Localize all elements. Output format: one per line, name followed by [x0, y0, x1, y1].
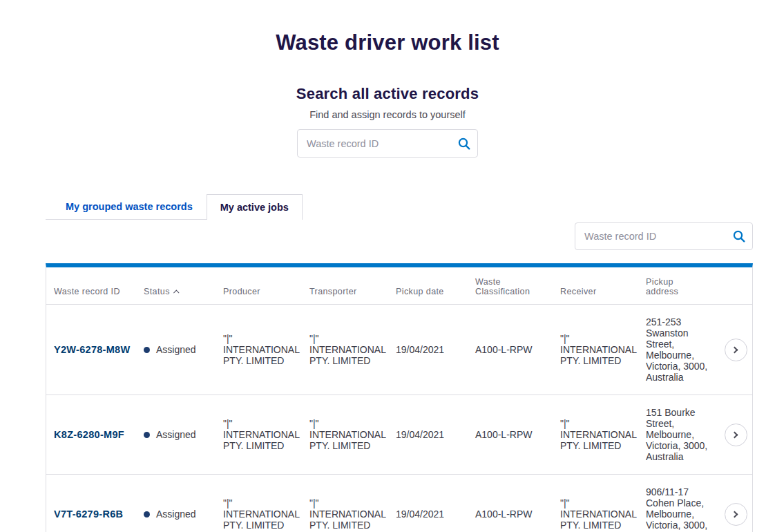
column-header-receiver[interactable]: Receiver [560, 287, 646, 296]
column-header-pickup-address[interactable]: Pickup address [646, 277, 719, 296]
search-icon [457, 137, 471, 151]
transporter-cell: "|" INTERNATIONAL PTY. LIMITED [309, 497, 396, 531]
open-record-button[interactable] [725, 339, 747, 361]
row-actions-cell [719, 339, 752, 361]
global-search-button[interactable] [455, 134, 474, 153]
status-dot-icon [144, 432, 150, 438]
receiver-cell: "|" INTERNATIONAL PTY. LIMITED [560, 497, 646, 531]
status-label: Assigned [156, 344, 196, 355]
tab-bar-lead [46, 194, 56, 220]
row-actions-cell [719, 503, 752, 526]
status-dot-icon [144, 511, 150, 517]
table-row: K8Z-6280-M9F Assigned "|" INTERNATIONAL … [46, 395, 752, 475]
tab-my-grouped-waste-records[interactable]: My grouped waste records [56, 194, 207, 220]
search-icon [732, 229, 746, 243]
transporter-cell: "|" INTERNATIONAL PTY. LIMITED [309, 333, 396, 366]
open-record-button[interactable] [725, 424, 747, 446]
waste-classification-cell: A100-L-RPW [475, 509, 560, 520]
panel-search [575, 222, 753, 250]
waste-records-table: Waste record ID Status Producer Transpor… [46, 263, 753, 532]
waste-record-id-link[interactable]: Y2W-6278-M8W [54, 344, 130, 355]
chevron-right-icon [731, 511, 738, 517]
page-header: Waste driver work list Search all active… [0, 0, 775, 158]
tab-my-active-jobs[interactable]: My active jobs [207, 194, 303, 220]
status-label: Assigned [156, 429, 196, 440]
search-section-heading: Search all active records [0, 85, 775, 103]
chevron-right-icon [731, 346, 738, 353]
sort-ascending-icon [173, 289, 179, 295]
waste-classification-cell: A100-L-RPW [475, 344, 560, 355]
chevron-right-icon [731, 431, 738, 438]
global-search-input[interactable] [297, 129, 478, 158]
receiver-cell: "|" INTERNATIONAL PTY. LIMITED [560, 418, 646, 451]
producer-cell: "|" INTERNATIONAL PTY. LIMITED [223, 418, 309, 451]
work-list-panel: My grouped waste records My active jobs … [46, 194, 753, 532]
table-row: Y2W-6278-M8W Assigned "|" INTERNATIONAL … [46, 305, 752, 395]
column-header-status-label: Status [144, 287, 170, 296]
column-header-waste-classification[interactable]: Waste Classification [475, 277, 560, 296]
waste-record-id-link[interactable]: K8Z-6280-M9F [54, 429, 124, 440]
panel-search-row [46, 222, 753, 250]
waste-record-id-cell: Y2W-6278-M8W [54, 344, 144, 355]
status-cell: Assigned [144, 509, 223, 520]
column-header-producer[interactable]: Producer [223, 287, 309, 296]
waste-record-id-cell: K8Z-6280-M9F [54, 429, 144, 440]
column-header-transporter[interactable]: Transporter [309, 287, 396, 296]
table-row: V7T-6279-R6B Assigned "|" INTERNATIONAL … [46, 475, 752, 532]
transporter-cell: "|" INTERNATIONAL PTY. LIMITED [309, 418, 396, 451]
row-actions-cell [719, 424, 752, 446]
status-dot-icon [144, 347, 150, 353]
search-section-subheading: Find and assign records to yourself [0, 109, 775, 120]
status-label: Assigned [156, 509, 196, 520]
waste-classification-cell: A100-L-RPW [475, 429, 560, 440]
column-header-status[interactable]: Status [144, 287, 223, 296]
producer-cell: "|" INTERNATIONAL PTY. LIMITED [223, 333, 309, 366]
receiver-cell: "|" INTERNATIONAL PTY. LIMITED [560, 333, 646, 366]
pickup-address-cell: 151 Bourke Street, Melbourne, Victoria, … [646, 407, 719, 462]
column-header-waste-record-id[interactable]: Waste record ID [54, 287, 144, 296]
global-search [297, 129, 478, 158]
page-title: Waste driver work list [0, 30, 775, 55]
tab-bar: My grouped waste records My active jobs [46, 194, 753, 220]
pickup-date-cell: 19/04/2021 [396, 509, 475, 520]
pickup-address-cell: 906/11-17 Cohen Place, Melbourne, Victor… [646, 486, 719, 532]
producer-cell: "|" INTERNATIONAL PTY. LIMITED [223, 497, 309, 531]
status-cell: Assigned [144, 429, 223, 440]
pickup-address-cell: 251-253 Swanston Street, Melbourne, Vict… [646, 316, 719, 383]
waste-record-id-cell: V7T-6279-R6B [54, 509, 144, 520]
pickup-date-cell: 19/04/2021 [396, 344, 475, 355]
table-header-row: Waste record ID Status Producer Transpor… [46, 267, 752, 305]
open-record-button[interactable] [725, 503, 747, 526]
column-header-pickup-date[interactable]: Pickup date [396, 287, 475, 296]
waste-record-id-link[interactable]: V7T-6279-R6B [54, 509, 123, 520]
panel-search-input[interactable] [575, 222, 753, 250]
table-body: Y2W-6278-M8W Assigned "|" INTERNATIONAL … [46, 305, 752, 532]
pickup-date-cell: 19/04/2021 [396, 429, 475, 440]
panel-search-button[interactable] [729, 227, 749, 246]
status-cell: Assigned [144, 344, 223, 355]
